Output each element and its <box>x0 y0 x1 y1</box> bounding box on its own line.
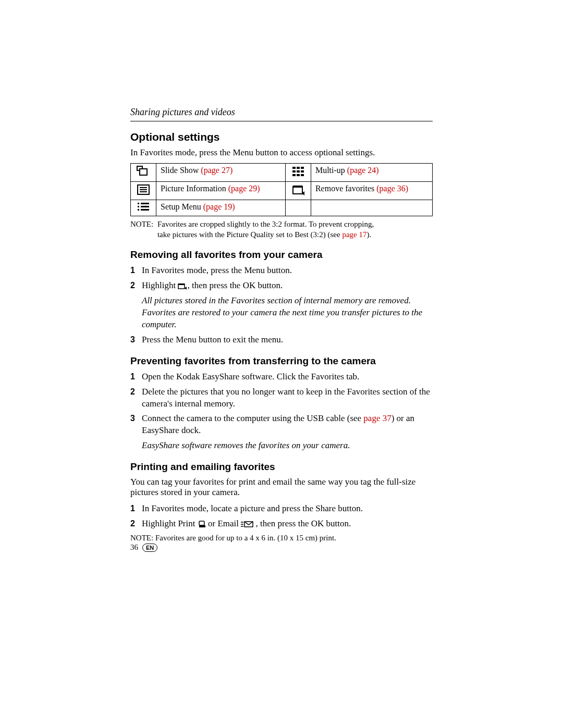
remove-favorites-cell: Remove favorites (page 36) <box>311 182 432 200</box>
page-link[interactable]: (page 24) <box>347 166 379 175</box>
multiup-cell: Multi-up (page 24) <box>311 164 432 182</box>
svg-rect-10 <box>301 174 304 176</box>
print-icon <box>198 521 206 528</box>
svg-rect-26 <box>199 525 204 527</box>
result-text: All pictures stored in the Favorites sec… <box>142 295 433 331</box>
steps-printing: 1In Favorites mode, locate a picture and… <box>130 503 433 530</box>
page-link[interactable]: (page 36) <box>376 184 408 193</box>
svg-rect-21 <box>138 209 139 211</box>
page-number: 36 <box>130 543 138 552</box>
note-print-size: NOTE: Favorites are good for up to a 4 x… <box>130 533 433 544</box>
svg-rect-27 <box>204 525 205 527</box>
svg-rect-8 <box>292 174 296 176</box>
email-icon <box>241 521 253 528</box>
header-rule <box>130 121 433 121</box>
picture-info-icon <box>131 182 156 200</box>
page-link[interactable]: (page 19) <box>203 202 235 211</box>
setup-menu-icon <box>131 200 156 216</box>
page-link[interactable]: (page 29) <box>228 184 260 193</box>
table-row: Setup Menu (page 19) <box>131 200 433 216</box>
svg-rect-9 <box>297 174 300 176</box>
table-row: Picture Information (page 29) Remove fav… <box>131 182 433 200</box>
svg-rect-3 <box>297 167 300 169</box>
printing-intro: You can tag your favorites for print and… <box>130 477 433 498</box>
running-header: Sharing pictures and videos <box>130 107 433 118</box>
optional-settings-intro: In Favorites mode, press the Menu button… <box>130 147 433 158</box>
multiup-icon <box>285 164 311 182</box>
page-link[interactable]: page 37 <box>363 413 391 423</box>
steps-removing: 1In Favorites mode, press the Menu butto… <box>130 265 433 292</box>
page-footer: 36 EN <box>130 543 157 552</box>
svg-rect-2 <box>292 167 296 169</box>
svg-rect-4 <box>301 167 304 169</box>
svg-rect-18 <box>141 203 149 204</box>
svg-rect-15 <box>293 187 302 194</box>
svg-rect-7 <box>301 170 304 172</box>
heading-printing-emailing: Printing and emailing favorites <box>130 461 433 473</box>
remove-favorites-icon <box>285 182 311 200</box>
slideshow-cell: Slide Show (page 27) <box>156 164 286 182</box>
svg-rect-24 <box>178 283 185 285</box>
svg-rect-22 <box>141 209 149 211</box>
heading-removing-favorites: Removing all favorites from your camera <box>130 249 433 261</box>
page-link[interactable]: (page 27) <box>201 166 232 175</box>
setup-menu-cell: Setup Menu (page 19) <box>156 200 286 216</box>
heading-preventing-favorites: Preventing favorites from transferring t… <box>130 355 433 367</box>
svg-rect-25 <box>199 521 204 525</box>
note-crop: NOTE: Favorites are cropped slightly to … <box>130 219 433 240</box>
heading-optional-settings: Optional settings <box>130 131 433 143</box>
table-row: Slide Show (page 27) Multi-up (page 24) <box>131 164 433 182</box>
result-text: EasyShare software removes the favorites… <box>142 440 433 452</box>
steps-preventing: 1Open the Kodak EasyShare software. Clic… <box>130 371 433 437</box>
svg-rect-6 <box>297 170 300 172</box>
page-link[interactable]: page 17 <box>342 230 366 239</box>
picture-info-cell: Picture Information (page 29) <box>156 182 286 200</box>
settings-table: Slide Show (page 27) Multi-up (page 24) … <box>130 163 433 216</box>
svg-rect-19 <box>138 206 139 207</box>
svg-rect-20 <box>141 206 149 207</box>
language-badge: EN <box>142 544 157 552</box>
svg-rect-16 <box>293 186 302 188</box>
steps-removing-cont: 3Press the Menu button to exit the menu. <box>130 334 433 346</box>
svg-rect-17 <box>138 203 139 204</box>
svg-rect-5 <box>292 170 296 172</box>
remove-favorites-icon <box>178 282 187 290</box>
svg-rect-1 <box>140 169 147 175</box>
slideshow-icon <box>131 164 156 182</box>
